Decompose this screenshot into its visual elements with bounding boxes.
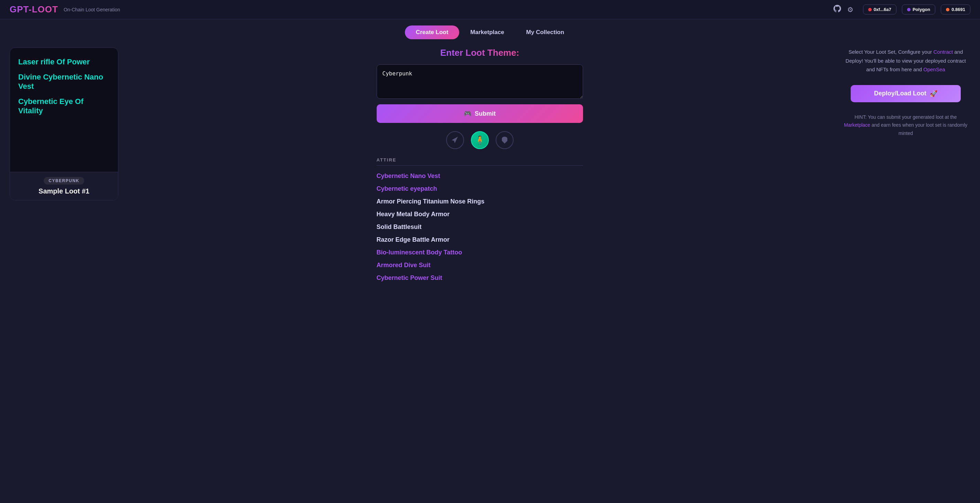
network-badge[interactable]: Polygon <box>902 5 935 14</box>
submit-button[interactable]: 🎮 Submit <box>377 104 583 123</box>
loot-card-content: Laser rifle Of Power Divine Cybernetic N… <box>10 48 118 172</box>
deploy-label: Deploy/Load Loot <box>874 90 926 97</box>
list-item[interactable]: Cybernetic eyepatch <box>377 182 583 195</box>
list-item[interactable]: Razor Edge Battle Armor <box>377 233 583 246</box>
balance-badge[interactable]: 0.8691 <box>941 5 970 14</box>
wallet-address-badge[interactable]: 0xf...6a7 <box>863 5 896 14</box>
list-item[interactable]: Armored Dive Suit <box>377 259 583 271</box>
right-info-text: Select Your Loot Set, Configure your Con… <box>841 48 970 74</box>
loot-item-3: Cybernetic Eye Of Vitality <box>18 97 110 115</box>
balance-dot <box>946 8 950 11</box>
network-label: Polygon <box>913 7 930 12</box>
form-title: Enter Loot Theme: <box>440 48 519 58</box>
deploy-icon: 🚀 <box>930 90 937 97</box>
balance-label: 0.8691 <box>951 7 965 12</box>
app-tagline: On-Chain Loot Generation <box>64 7 120 13</box>
hint-text: HINT: You can submit your generated loot… <box>841 113 970 138</box>
tab-create-loot[interactable]: Create Loot <box>405 26 459 39</box>
loot-item-1: Laser rifle Of Power <box>18 57 110 67</box>
nav-tabs: Create Loot Marketplace My Collection <box>0 19 980 39</box>
list-item[interactable]: Solid Battlesuit <box>377 221 583 233</box>
loot-title: Sample Loot #1 <box>18 187 110 195</box>
wallet-dot <box>868 8 872 11</box>
loot-item-2: Divine Cybernetic Nano Vest <box>18 73 110 91</box>
list-item[interactable]: Bio-luminescent Body Tattoo <box>377 246 583 259</box>
theme-input[interactable] <box>377 64 583 99</box>
tab-my-collection[interactable]: My Collection <box>515 26 576 39</box>
tab-marketplace[interactable]: Marketplace <box>459 26 515 39</box>
marketplace-accent: Marketplace <box>844 122 870 128</box>
loot-card: Laser rifle Of Power Divine Cybernetic N… <box>10 48 118 200</box>
loot-category-label: ATTIRE <box>377 157 583 166</box>
list-item[interactable]: Cybernetic Nano Vest <box>377 170 583 182</box>
list-item[interactable]: Heavy Metal Body Armor <box>377 208 583 221</box>
sword-icon-btn[interactable] <box>446 131 464 149</box>
center-panel: Enter Loot Theme: 🎮 Submit 🧍 <box>127 48 833 503</box>
list-item[interactable]: Cybernetic Power Suit <box>377 271 583 284</box>
right-panel: Select Your Loot Set, Configure your Con… <box>833 48 970 503</box>
app-logo: GPT-LOOT <box>10 4 58 15</box>
deploy-button[interactable]: Deploy/Load Loot 🚀 <box>851 85 961 102</box>
settings-icon[interactable]: ⚙ <box>847 5 853 14</box>
contract-accent: Contract <box>933 49 953 55</box>
loot-tag: CYBERPUNK <box>44 177 84 185</box>
person-symbol: 🧍 <box>475 135 485 145</box>
person-icon-btn[interactable]: 🧍 <box>471 131 489 149</box>
left-panel: Laser rifle Of Power Divine Cybernetic N… <box>10 48 127 503</box>
polygon-dot <box>907 8 910 11</box>
opensea-accent: OpenSea <box>923 67 945 72</box>
loot-list-container: ATTIRE Cybernetic Nano Vest Cybernetic e… <box>377 157 583 284</box>
wallet-address-label: 0xf...6a7 <box>874 7 891 12</box>
submit-label: Submit <box>475 110 496 117</box>
submit-icon: 🎮 <box>464 110 471 117</box>
loot-card-footer: CYBERPUNK Sample Loot #1 <box>10 172 118 200</box>
list-item[interactable]: Armor Piercing Titanium Nose Rings <box>377 195 583 208</box>
github-icon[interactable] <box>834 5 841 14</box>
category-icon-row: 🧍 <box>446 131 514 149</box>
armor-icon-btn[interactable] <box>496 131 514 149</box>
